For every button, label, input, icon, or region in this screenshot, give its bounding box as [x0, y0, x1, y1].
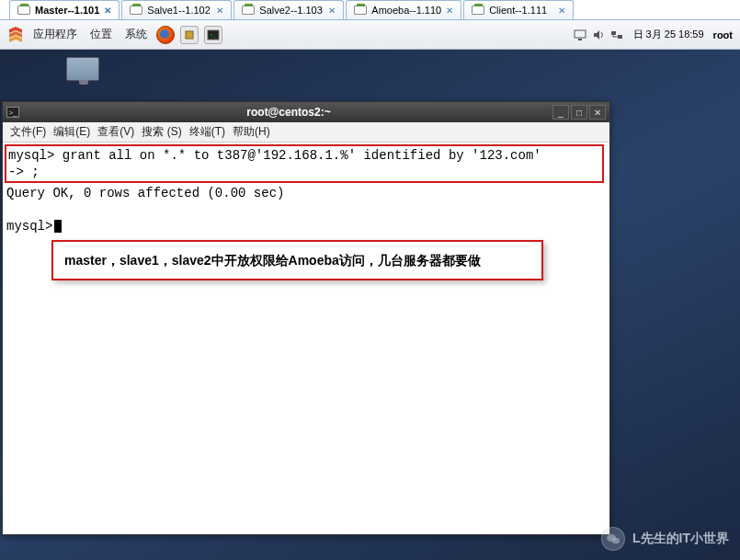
annotation-callout: master，slave1，slave2中开放权限给Amoeba访问，几台服务器… — [51, 240, 543, 280]
svg-point-8 — [612, 538, 620, 543]
system-menu[interactable]: 系统 — [121, 27, 151, 42]
network-icon[interactable] — [609, 28, 624, 42]
tab-label: Client--1.111 — [489, 5, 547, 16]
watermark-text: L先生的IT小世界 — [632, 531, 729, 547]
apps-menu-icon[interactable] — [7, 27, 24, 43]
session-icon — [472, 6, 484, 15]
svg-rect-3 — [575, 30, 586, 38]
cmd-line-2: -> ; — [8, 164, 600, 180]
close-icon[interactable]: ✕ — [104, 6, 111, 16]
close-icon[interactable]: ✕ — [558, 6, 565, 16]
svg-rect-5 — [611, 31, 616, 35]
prompt: mysql> — [6, 218, 52, 234]
svg-rect-0 — [186, 31, 193, 39]
update-icon[interactable] — [180, 26, 199, 44]
cursor — [54, 220, 62, 233]
tab-label: Amoeba--1.110 — [371, 5, 441, 16]
gnome-panel: 应用程序 位置 系统 >_ 日 3月 25 18:59 root — [0, 20, 740, 50]
maximize-button[interactable]: □ — [571, 105, 587, 120]
tab-master[interactable]: Master--1.101 ✕ — [9, 0, 120, 19]
session-icon — [17, 6, 30, 15]
tab-client[interactable]: Client--1.111 ✕ — [463, 0, 574, 19]
tab-salve1[interactable]: Salve1--1.102 ✕ — [121, 0, 232, 19]
window-title: root@centos2:~ — [25, 106, 552, 119]
close-icon[interactable]: ✕ — [216, 6, 223, 16]
user-label[interactable]: root — [713, 29, 733, 40]
terminal-body[interactable]: mysql> grant all on *.* to t387@'192.168… — [3, 143, 609, 534]
session-icon — [354, 6, 367, 15]
menu-help[interactable]: 帮助(H) — [231, 124, 272, 140]
close-icon[interactable]: ✕ — [446, 6, 453, 16]
tab-amoeba[interactable]: Amoeba--1.110 ✕ — [346, 0, 461, 19]
desktop: >_ root@centos2:~ _ □ ✕ 文件(F) 编辑(E) 查看(V… — [0, 50, 740, 560]
computer-desktop-icon[interactable] — [66, 57, 103, 85]
sound-icon[interactable] — [591, 28, 606, 42]
svg-text:>_: >_ — [210, 32, 217, 38]
firefox-icon[interactable] — [156, 26, 175, 44]
close-button[interactable]: ✕ — [589, 105, 606, 120]
tab-label: Master--1.101 — [35, 5, 99, 16]
prompt-line: mysql> — [3, 216, 609, 236]
terminal-launcher-icon[interactable]: >_ — [204, 26, 222, 44]
system-tray: 日 3月 25 18:59 root — [573, 28, 733, 42]
minimize-button[interactable]: _ — [552, 105, 569, 120]
terminal-icon: >_ — [6, 107, 19, 118]
wechat-icon — [601, 527, 625, 551]
menu-search[interactable]: 搜索 (S) — [140, 124, 183, 140]
watermark: L先生的IT小世界 — [601, 527, 729, 551]
session-icon — [242, 6, 255, 15]
clock[interactable]: 日 3月 25 18:59 — [633, 28, 704, 41]
menu-view[interactable]: 查看(V) — [96, 124, 136, 140]
svg-rect-4 — [578, 39, 582, 40]
menu-edit[interactable]: 编辑(E) — [51, 124, 92, 140]
tab-label: Salve1--1.102 — [147, 5, 211, 16]
places-menu[interactable]: 位置 — [86, 27, 116, 42]
applications-menu[interactable]: 应用程序 — [29, 27, 81, 42]
highlighted-command: mysql> grant all on *.* to t387@'192.168… — [5, 144, 604, 183]
terminal-window: >_ root@centos2:~ _ □ ✕ 文件(F) 编辑(E) 查看(V… — [2, 101, 610, 535]
terminal-menubar: 文件(F) 编辑(E) 查看(V) 搜索 (S) 终端(T) 帮助(H) — [3, 122, 609, 143]
tab-salve2[interactable]: Salve2--1.103 ✕ — [233, 0, 344, 19]
menu-terminal[interactable]: 终端(T) — [188, 124, 227, 140]
display-icon[interactable] — [573, 28, 587, 42]
terminal-titlebar[interactable]: >_ root@centos2:~ _ □ ✕ — [3, 102, 609, 122]
tab-label: Salve2--1.103 — [259, 5, 323, 16]
menu-file[interactable]: 文件(F) — [8, 124, 48, 140]
session-icon — [130, 6, 142, 15]
tab-bar: Master--1.101 ✕ Salve1--1.102 ✕ Salve2--… — [0, 0, 740, 20]
query-result: Query OK, 0 rows affected (0.00 sec) — [3, 183, 609, 203]
cmd-line-1: mysql> grant all on *.* to t387@'192.168… — [8, 147, 600, 164]
close-icon[interactable]: ✕ — [328, 6, 336, 16]
